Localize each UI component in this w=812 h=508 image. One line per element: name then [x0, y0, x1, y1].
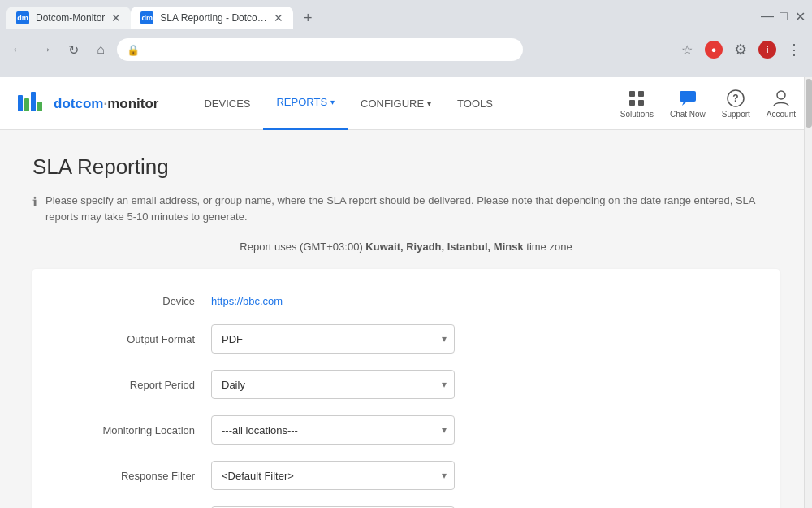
monitoring-location-select[interactable]: ---all locations--- — [211, 415, 455, 445]
timezone-notice: Report uses (GMT+03:00) Kuwait, Riyadh, … — [32, 241, 780, 253]
svg-rect-5 — [638, 91, 644, 97]
nav-right: Solutions Chat Now ? Support — [620, 89, 796, 119]
maximize-button[interactable]: □ — [778, 11, 789, 22]
response-filter-label: Response Filter — [65, 470, 195, 482]
info-box: ℹ Please specify an email address, or gr… — [32, 193, 780, 224]
account-label: Account — [767, 110, 796, 119]
response-filter-wrapper: <Default Filter> ▾ — [211, 461, 455, 490]
menu-icon[interactable]: ⋮ — [783, 38, 806, 61]
star-icon[interactable]: ☆ — [676, 38, 698, 61]
svg-rect-4 — [629, 91, 635, 97]
info-icon: ℹ — [32, 194, 37, 210]
svg-rect-2 — [31, 92, 36, 111]
minimize-button[interactable]: — — [762, 11, 773, 22]
report-period-label: Report Period — [65, 379, 195, 391]
device-label: Device — [65, 295, 195, 307]
window-controls: — □ ✕ — [762, 11, 806, 22]
response-filter-select[interactable]: <Default Filter> — [211, 461, 455, 490]
device-link[interactable]: https://bbc.com — [211, 295, 283, 307]
logo-icon — [16, 89, 45, 118]
report-period-wrapper: Daily Weekly Monthly ▾ — [211, 370, 455, 399]
output-format-label: Output Format — [65, 333, 195, 345]
forward-button[interactable]: → — [34, 38, 57, 61]
new-tab-button[interactable]: + — [296, 7, 319, 29]
scrollbar-thumb[interactable] — [806, 79, 812, 128]
nav-links: DEVICES REPORTS ▾ CONFIGURE ▾ TOOLS — [191, 77, 506, 129]
nav-right-support[interactable]: ? Support — [722, 89, 750, 119]
account-icon — [771, 89, 791, 108]
nav-right-chat[interactable]: Chat Now — [670, 89, 706, 119]
support-label: Support — [722, 110, 750, 119]
chat-label: Chat Now — [670, 110, 706, 119]
nav-item-reports[interactable]: REPORTS ▾ — [263, 77, 348, 130]
timezone-bold: Kuwait, Riyadh, Istanbul, Minsk — [365, 241, 523, 253]
scrollbar[interactable] — [804, 77, 812, 508]
chat-icon — [678, 89, 698, 108]
extensions-icon[interactable]: ⚙ — [729, 38, 752, 61]
nav-item-tools[interactable]: TOOLS — [444, 77, 506, 130]
info-text: Please specify an email address, or grou… — [45, 193, 780, 224]
form-row-response-filter: Response Filter <Default Filter> ▾ — [65, 461, 747, 490]
configure-dropdown-arrow: ▾ — [427, 99, 431, 108]
tab-close-2[interactable]: ✕ — [274, 11, 283, 24]
address-bar[interactable]: 🔒 — [117, 38, 523, 61]
reports-dropdown-arrow: ▾ — [330, 98, 335, 106]
profile-avatar-icon[interactable]: i — [758, 41, 776, 59]
page-title: SLA Reporting — [32, 154, 780, 180]
svg-text:?: ? — [733, 93, 739, 104]
svg-rect-1 — [24, 98, 29, 111]
browser-actions: ☆ ● ⚙ i ⋮ — [676, 38, 806, 61]
monitoring-location-label: Monitoring Location — [65, 424, 195, 436]
nav-item-configure[interactable]: CONFIGURE ▾ — [348, 77, 444, 130]
device-value: https://bbc.com — [211, 293, 455, 308]
tab-favicon-2: dm — [140, 11, 153, 24]
monitoring-location-wrapper: ---all locations--- ▾ — [211, 415, 455, 445]
solutions-label: Solutions — [620, 110, 654, 119]
svg-rect-7 — [638, 100, 644, 106]
solutions-icon — [627, 89, 646, 108]
form-row-report-period: Report Period Daily Weekly Monthly ▾ — [65, 370, 747, 399]
svg-point-12 — [777, 91, 785, 99]
output-format-select[interactable]: PDF HTML CSV — [211, 324, 455, 354]
lock-icon: 🔒 — [127, 44, 140, 56]
nav-item-devices[interactable]: DEVICES — [191, 77, 263, 130]
svg-rect-0 — [18, 95, 23, 111]
tab-close-1[interactable]: ✕ — [111, 11, 121, 24]
home-button[interactable]: ⌂ — [89, 38, 112, 61]
report-period-select[interactable]: Daily Weekly Monthly — [211, 370, 455, 399]
form-row-device: Device https://bbc.com — [65, 293, 747, 308]
close-button[interactable]: ✕ — [794, 11, 806, 22]
form-row-monitoring-location: Monitoring Location ---all locations--- … — [65, 415, 747, 445]
tab-favicon-1: dm — [16, 11, 29, 24]
nav-right-account[interactable]: Account — [767, 89, 796, 119]
form-row-output-format: Output Format PDF HTML CSV ▾ — [65, 324, 747, 354]
browser-tab-2[interactable]: dm SLA Reporting - Dotcom-Monitor... ✕ — [131, 7, 293, 29]
tab-title-1: Dotcom-Monitor — [36, 12, 105, 24]
app-wrapper: dotcom·monitor DEVICES REPORTS ▾ CONFIGU… — [0, 77, 812, 508]
nav-right-solutions[interactable]: Solutions — [620, 89, 654, 119]
back-button[interactable]: ← — [6, 38, 29, 61]
top-nav: dotcom·monitor DEVICES REPORTS ▾ CONFIGU… — [0, 77, 812, 130]
svg-rect-8 — [680, 91, 696, 102]
browser-tab-1[interactable]: dm Dotcom-Monitor ✕ — [6, 7, 131, 29]
support-icon: ? — [726, 89, 745, 108]
output-format-wrapper: PDF HTML CSV ▾ — [211, 324, 455, 354]
profile-icon-red[interactable]: ● — [705, 41, 723, 59]
page-content: SLA Reporting ℹ Please specify an email … — [0, 130, 812, 508]
svg-marker-9 — [682, 102, 687, 106]
logo-text: dotcom·monitor — [54, 95, 158, 112]
svg-rect-3 — [37, 102, 42, 111]
logo-area: dotcom·monitor — [16, 89, 158, 118]
svg-rect-6 — [629, 100, 635, 106]
tab-title-2: SLA Reporting - Dotcom-Monitor... — [160, 12, 267, 24]
refresh-button[interactable]: ↻ — [62, 38, 84, 61]
addressbar-row: ← → ↻ ⌂ 🔒 ☆ ● ⚙ i ⋮ — [0, 33, 812, 67]
form-card: Device https://bbc.com Output Format PDF… — [32, 269, 780, 508]
